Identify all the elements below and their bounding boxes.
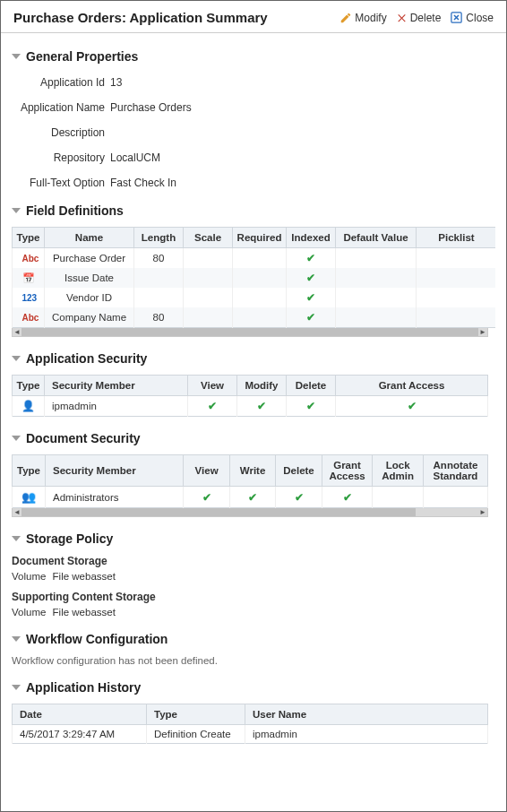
table-header-row: Date Type User Name	[13, 704, 488, 725]
fielddefs-scrollbar[interactable]: ◄ ►	[12, 328, 488, 337]
doc-security-table: Type Security Member View Write Delete G…	[12, 454, 488, 508]
check-icon: ✔	[343, 492, 352, 503]
col-default[interactable]: Default Value	[336, 228, 417, 248]
label-appid: Application Id	[12, 76, 110, 89]
supporting-volume-value: File webasset	[53, 607, 116, 618]
header-actions: Modify Delete Close	[339, 11, 494, 24]
col-type[interactable]: Type	[13, 376, 45, 396]
scroll-left-icon[interactable]: ◄	[13, 328, 21, 336]
table-row[interactable]: 👤ipmadmin✔✔✔✔	[13, 396, 488, 417]
value-repository: LocalUCM	[110, 151, 488, 164]
check-icon: ✔	[306, 292, 315, 303]
col-user[interactable]: User Name	[245, 704, 488, 725]
col-picklist[interactable]: Picklist	[417, 228, 496, 248]
delete-button[interactable]: Delete	[396, 12, 442, 24]
col-name[interactable]: Name	[45, 228, 134, 248]
col-type[interactable]: Type	[13, 228, 45, 248]
x-icon	[396, 12, 408, 23]
close-button[interactable]: Close	[450, 11, 494, 24]
content-scroll[interactable]: General Properties Application Id 13 App…	[1, 35, 495, 809]
col-delete[interactable]: Delete	[287, 376, 336, 396]
doc-storage-heading: Document Storage	[12, 555, 488, 567]
user-icon: 👤	[21, 400, 35, 412]
close-label: Close	[466, 12, 494, 24]
value-appname: Purchase Orders	[110, 101, 488, 114]
volume-label: Volume	[12, 571, 46, 582]
col-indexed[interactable]: Indexed	[287, 228, 336, 248]
section-appsec-title: Application Security	[26, 351, 147, 366]
app-security-table: Type Security Member View Modify Delete …	[12, 375, 488, 417]
disclose-icon	[12, 636, 21, 642]
col-type[interactable]: Type	[147, 704, 245, 725]
docsec-scrollbar[interactable]: ◄ ►	[12, 508, 488, 517]
col-view[interactable]: View	[188, 376, 237, 396]
col-delete[interactable]: Delete	[276, 455, 322, 487]
check-icon: ✔	[248, 492, 257, 503]
pencil-icon	[339, 12, 352, 24]
scroll-left-icon[interactable]: ◄	[13, 508, 21, 516]
field-definitions-table: Type Name Length Scale Required Indexed …	[12, 227, 495, 328]
col-member[interactable]: Security Member	[45, 376, 188, 396]
section-fielddefs-title: Field Definitions	[26, 203, 124, 218]
scroll-right-icon[interactable]: ►	[478, 328, 487, 336]
number-type-icon: 123	[22, 293, 35, 303]
delete-label: Delete	[410, 12, 442, 24]
section-docsec[interactable]: Document Security	[12, 431, 488, 445]
col-view[interactable]: View	[184, 455, 229, 487]
col-member[interactable]: Security Member	[46, 455, 184, 487]
section-general[interactable]: General Properties	[12, 49, 488, 64]
table-row[interactable]: 📅Issue Date✔	[13, 268, 496, 288]
section-history-title: Application History	[26, 680, 141, 695]
col-modify[interactable]: Modify	[237, 376, 287, 396]
modify-button[interactable]: Modify	[339, 12, 386, 24]
value-appid: 13	[110, 76, 488, 89]
supporting-volume-line: Volume File webasset	[12, 607, 488, 618]
col-lock[interactable]: Lock Admin	[373, 455, 424, 487]
label-appname: Application Name	[12, 101, 110, 114]
supporting-storage-heading: Supporting Content Storage	[12, 591, 488, 603]
section-history[interactable]: Application History	[12, 680, 488, 695]
col-grant[interactable]: Grant Access	[322, 455, 373, 487]
disclose-icon	[12, 536, 21, 541]
section-storage-title: Storage Policy	[26, 531, 113, 546]
value-fulltext: Fast Check In	[110, 177, 488, 189]
page-title: Purchase Orders: Application Summary	[13, 10, 268, 25]
scroll-thumb[interactable]	[21, 508, 416, 516]
section-storage[interactable]: Storage Policy	[12, 531, 488, 546]
table-row[interactable]: 123Vendor ID✔	[13, 288, 496, 307]
label-description: Description	[12, 126, 110, 139]
doc-volume-value: File webasset	[53, 571, 116, 582]
col-write[interactable]: Write	[229, 455, 275, 487]
table-row[interactable]: AbcCompany Name80✔	[13, 307, 496, 328]
disclose-icon	[12, 436, 21, 441]
modify-label: Modify	[355, 12, 386, 24]
workflow-note: Workflow configuration has not been defi…	[12, 655, 488, 666]
col-required[interactable]: Required	[233, 228, 287, 248]
section-fielddefs[interactable]: Field Definitions	[12, 203, 488, 218]
scroll-right-icon[interactable]: ►	[478, 508, 487, 516]
col-scale[interactable]: Scale	[184, 228, 233, 248]
col-grant[interactable]: Grant Access	[336, 376, 488, 396]
general-properties-grid: Application Id 13 Application Name Purch…	[12, 76, 488, 189]
section-appsec[interactable]: Application Security	[12, 351, 488, 366]
group-icon: 👥	[21, 490, 36, 504]
table-row[interactable]: AbcPurchase Order80✔	[13, 248, 496, 269]
section-workflow[interactable]: Workflow Configuration	[12, 632, 488, 646]
label-fulltext: Full-Text Option	[12, 177, 110, 189]
table-row[interactable]: 👥Administrators✔✔✔✔	[13, 487, 488, 508]
text-type-icon: Abc	[22, 254, 35, 263]
col-length[interactable]: Length	[134, 228, 184, 248]
scroll-thumb[interactable]	[21, 328, 478, 336]
check-icon: ✔	[295, 492, 304, 503]
col-annotate[interactable]: Annotate Standard	[423, 455, 487, 487]
disclose-icon	[12, 208, 21, 213]
disclose-icon	[12, 685, 21, 690]
col-date[interactable]: Date	[13, 704, 147, 725]
check-icon: ✔	[257, 401, 266, 411]
table-header-row: Type Name Length Scale Required Indexed …	[13, 228, 496, 248]
section-general-title: General Properties	[26, 49, 138, 64]
check-icon: ✔	[408, 401, 417, 411]
label-repository: Repository	[12, 151, 110, 164]
col-type[interactable]: Type	[13, 455, 46, 487]
table-row[interactable]: 4/5/2017 3:29:47 AMDefinition Createipma…	[13, 725, 488, 744]
